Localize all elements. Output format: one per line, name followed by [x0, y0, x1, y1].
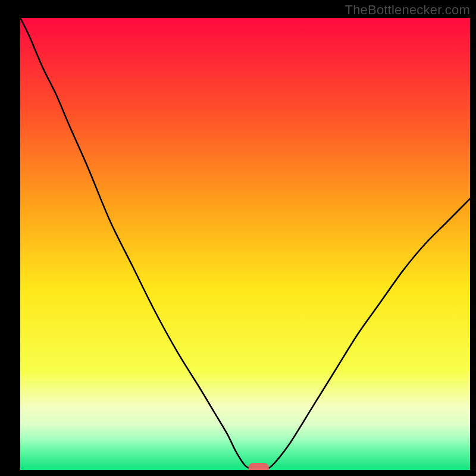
bottleneck-chart [20, 18, 470, 470]
watermark-text: TheBottlenecker.com [345, 2, 470, 18]
chart-container: TheBottlenecker.com [0, 0, 476, 476]
gradient-bg [20, 18, 470, 470]
optimum-marker [249, 463, 269, 470]
plot-frame [20, 18, 470, 470]
